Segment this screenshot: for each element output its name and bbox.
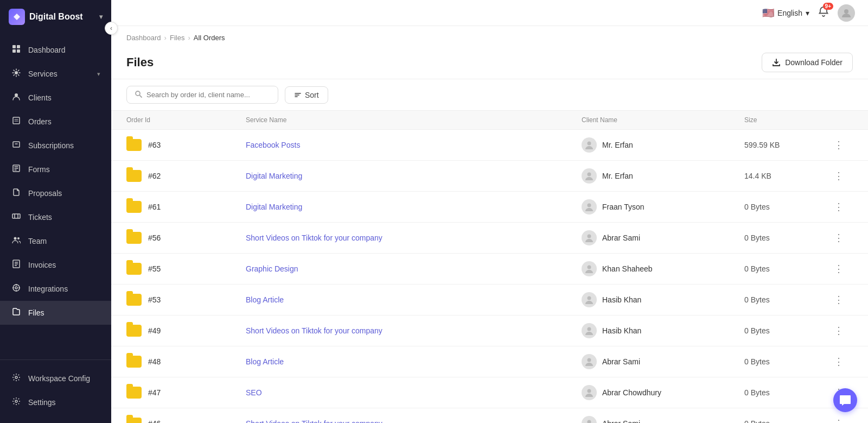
sort-label: Sort <box>305 91 319 99</box>
table-row: #62 Digital Marketing Mr. Erfan 14.4 KB … <box>111 161 868 192</box>
size-cell: 599.59 KB <box>744 141 831 149</box>
sidebar-item-label: Orders <box>28 117 52 126</box>
sidebar-item-invoices[interactable]: Invoices <box>0 253 111 277</box>
sidebar-collapse-button[interactable]: ‹ <box>105 22 118 35</box>
sidebar-item-files[interactable]: Files <box>0 301 111 325</box>
service-cell: Blog Article <box>246 295 582 304</box>
orders-icon <box>11 116 22 127</box>
row-more-button[interactable]: ⋮ <box>831 168 846 184</box>
client-avatar <box>582 168 597 184</box>
service-name[interactable]: Blog Article <box>246 295 284 304</box>
size-cell: 0 Bytes <box>744 233 831 242</box>
breadcrumb-current: All Orders <box>194 34 225 42</box>
language-selector[interactable]: 🇺🇸 English ▾ <box>762 7 809 19</box>
chat-widget[interactable] <box>833 388 857 412</box>
row-more-button[interactable]: ⋮ <box>831 416 846 423</box>
sidebar-item-dashboard[interactable]: Dashboard <box>0 38 111 62</box>
order-cell: #48 <box>126 356 246 368</box>
service-name[interactable]: Short Videos on Tiktok for your company <box>246 233 382 242</box>
client-avatar <box>582 354 597 369</box>
sidebar-item-label: Invoices <box>28 261 56 269</box>
sidebar-item-proposals[interactable]: Proposals <box>0 181 111 205</box>
order-cell: #63 <box>126 139 246 151</box>
breadcrumb-sep-2: › <box>188 34 190 42</box>
integrations-icon <box>11 283 22 294</box>
service-name[interactable]: Digital Marketing <box>246 203 302 211</box>
client-cell: Hasib Khan <box>582 323 744 338</box>
sidebar-item-services[interactable]: Services ▾ <box>0 62 111 86</box>
breadcrumb-files[interactable]: Files <box>170 34 184 42</box>
subscriptions-icon <box>11 140 22 151</box>
client-name: Abrar Sami <box>602 357 640 366</box>
sidebar-item-orders[interactable]: Orders <box>0 110 111 134</box>
table-row: #55 Graphic Design Khan Shaheeb 0 Bytes … <box>111 254 868 285</box>
folder-icon <box>126 170 142 182</box>
row-more-button[interactable]: ⋮ <box>831 323 846 338</box>
row-more-button[interactable]: ⋮ <box>831 261 846 276</box>
notification-bell[interactable]: 9+ <box>818 6 829 20</box>
sidebar-item-integrations[interactable]: Integrations <box>0 277 111 301</box>
order-cell: #56 <box>126 232 246 244</box>
sidebar-item-team[interactable]: Team <box>0 229 111 253</box>
service-name[interactable]: Short Videos on Tiktok for your company <box>246 326 382 335</box>
language-chevron-icon: ▾ <box>806 9 809 17</box>
client-cell: Abrar Sami <box>582 354 744 369</box>
sort-button[interactable]: Sort <box>285 86 328 104</box>
settings-icon <box>11 397 22 408</box>
search-box[interactable] <box>126 86 278 104</box>
client-avatar <box>582 137 597 153</box>
row-more-button[interactable]: ⋮ <box>831 137 846 153</box>
file-size: 0 Bytes <box>744 264 770 273</box>
service-cell: Short Videos on Tiktok for your company <box>246 419 582 423</box>
client-cell: Mr. Erfan <box>582 137 744 153</box>
breadcrumb-dashboard[interactable]: Dashboard <box>126 34 161 42</box>
table-row: #56 Short Videos on Tiktok for your comp… <box>111 223 868 254</box>
sidebar-item-workspace[interactable]: Workspace Config <box>0 367 111 390</box>
table-body: #63 Facebook Posts Mr. Erfan 599.59 KB ⋮… <box>111 130 868 423</box>
sidebar-item-settings[interactable]: Settings <box>0 390 111 414</box>
service-name[interactable]: SEO <box>246 388 262 397</box>
client-cell: Fraan Tyson <box>582 199 744 214</box>
sidebar-item-tickets[interactable]: Tickets <box>0 205 111 229</box>
row-more-button[interactable]: ⋮ <box>831 292 846 307</box>
svg-point-26 <box>15 376 17 378</box>
search-input[interactable] <box>146 91 270 99</box>
table-row: #49 Short Videos on Tiktok for your comp… <box>111 315 868 346</box>
svg-point-36 <box>588 204 591 207</box>
user-avatar[interactable] <box>838 4 855 22</box>
sidebar-item-subscriptions[interactable]: Subscriptions <box>0 134 111 157</box>
page-title: Files <box>126 55 154 70</box>
svg-rect-3 <box>17 49 20 53</box>
file-size: 14.4 KB <box>744 172 771 180</box>
client-name: Abrar Chowdhury <box>602 388 661 397</box>
app-logo[interactable]: Digital Boost ▾ <box>0 0 111 34</box>
client-avatar <box>582 199 597 214</box>
folder-icon <box>126 294 142 306</box>
order-cell: #55 <box>126 263 246 275</box>
download-folder-button[interactable]: Download Folder <box>762 53 853 72</box>
service-cell: Graphic Design <box>246 264 582 273</box>
sidebar-item-clients[interactable]: Clients <box>0 86 111 110</box>
service-name[interactable]: Graphic Design <box>246 264 298 273</box>
client-name: Hasib Khan <box>602 295 641 304</box>
order-id: #63 <box>148 141 161 149</box>
chat-icon <box>839 394 851 406</box>
invoices-icon <box>11 260 22 270</box>
service-name[interactable]: Facebook Posts <box>246 141 300 149</box>
file-size: 0 Bytes <box>744 233 770 242</box>
sidebar-item-forms[interactable]: Forms <box>0 157 111 181</box>
size-cell: 0 Bytes <box>744 326 831 335</box>
order-id: #46 <box>148 419 161 423</box>
row-more-button[interactable]: ⋮ <box>831 354 846 369</box>
row-more-button[interactable]: ⋮ <box>831 199 846 214</box>
sidebar-bottom: Workspace Config Settings <box>0 359 111 423</box>
svg-point-18 <box>14 237 17 240</box>
col-size: Size <box>744 116 831 124</box>
service-name[interactable]: Blog Article <box>246 357 284 366</box>
service-cell: Short Videos on Tiktok for your company <box>246 326 582 335</box>
row-more-button[interactable]: ⋮ <box>831 230 846 245</box>
order-cell: #53 <box>126 294 246 306</box>
client-cell: Abrar Sami <box>582 416 744 423</box>
service-name[interactable]: Digital Marketing <box>246 172 302 180</box>
service-name[interactable]: Short Videos on Tiktok for your company <box>246 419 382 423</box>
